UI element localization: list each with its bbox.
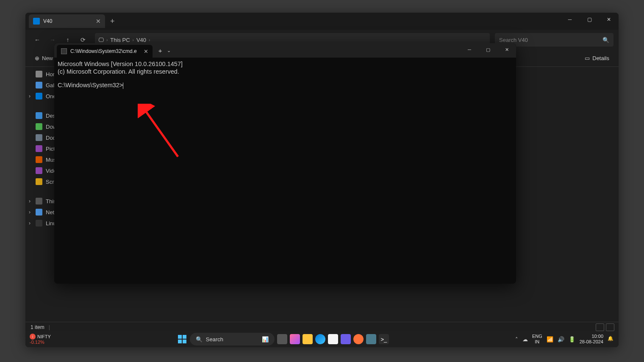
download-icon [36, 123, 42, 130]
notification-icon[interactable]: 🔔 [608, 336, 614, 343]
close-window-button[interactable]: ✕ [599, 13, 619, 26]
terminal-button[interactable]: >_ [379, 334, 389, 344]
stock-widget[interactable]: ↓NIFTY -0.12% [30, 334, 51, 345]
desktop-icon [36, 112, 42, 119]
chevron-right-icon: › [133, 38, 134, 42]
monitor-icon: 🖵 [98, 37, 104, 43]
terminal-header: C:\Windows\System32\cmd.e ✕ + ⌄ ─ ▢ ✕ [54, 43, 516, 58]
maximize-button[interactable]: ▢ [479, 43, 497, 56]
folder-icon [36, 178, 42, 185]
chevron-right-icon: › [106, 38, 108, 42]
firefox-button[interactable] [353, 334, 364, 344]
onedrive-sync-icon[interactable]: ☁ [522, 336, 528, 343]
view-grid-button[interactable] [606, 323, 614, 331]
task-view-button[interactable] [277, 334, 287, 344]
cursor [123, 83, 123, 89]
search-icon: 🔍 [602, 37, 609, 43]
linux-icon [36, 220, 42, 227]
search-decoration-icon: 📊 [262, 336, 269, 343]
copilot-button[interactable] [290, 334, 300, 344]
document-icon [36, 134, 42, 141]
volume-icon[interactable]: 🔊 [558, 336, 564, 343]
terminal-line: (c) Microsoft Corporation. All rights re… [58, 68, 513, 75]
stock-change: -0.12% [30, 340, 51, 345]
terminal-body[interactable]: Microsoft Windows [Version 10.0.26100.14… [54, 58, 516, 284]
video-icon [36, 167, 42, 174]
network-icon [36, 209, 42, 216]
wifi-icon[interactable]: 📶 [547, 336, 553, 343]
terminal-tab-cmd[interactable]: C:\Windows\System32\cmd.e ✕ [57, 45, 153, 58]
breadcrumb-v40[interactable]: V40 [136, 37, 146, 43]
taskbar: ↓NIFTY -0.12% 🔍 Search 📊 [25, 331, 619, 347]
explorer-tab-bar: V40 ✕ + ─ ▢ ✕ [25, 13, 619, 30]
folder-icon [33, 18, 40, 25]
terminal-window-controls: ─ ▢ ✕ [460, 43, 516, 56]
stock-down-icon: ↓ [30, 334, 36, 340]
chevron-right-icon: › [149, 38, 150, 42]
details-button[interactable]: ▭ Details [580, 53, 613, 63]
search-placeholder: Search V40 [499, 37, 599, 43]
taskbar-search[interactable]: 🔍 Search 📊 [190, 333, 275, 345]
new-button[interactable]: ⊕ New [31, 53, 57, 63]
window-controls: ─ ▢ ✕ [560, 13, 619, 26]
taskbar-left: ↓NIFTY -0.12% [30, 334, 51, 345]
store-button[interactable] [328, 334, 338, 344]
home-icon [36, 71, 42, 77]
taskbar-right: ˄ ☁ ENG IN 📶 🔊 🔋 10:00 28-08-2024 🔔 [515, 334, 614, 345]
minimize-button[interactable]: ─ [460, 43, 479, 56]
close-tab-icon[interactable]: ✕ [144, 48, 148, 55]
close-tab-icon[interactable]: ✕ [96, 18, 101, 25]
view-list-button[interactable] [596, 323, 604, 331]
breadcrumb-thispc[interactable]: This PC [110, 37, 130, 43]
terminal-line: Microsoft Windows [Version 10.0.26100.14… [58, 60, 513, 68]
music-icon [36, 156, 42, 163]
minimize-button[interactable]: ─ [560, 13, 580, 26]
language-indicator[interactable]: ENG IN [532, 334, 542, 345]
edge-button[interactable] [315, 334, 325, 344]
clock[interactable]: 10:00 28-08-2024 [580, 334, 603, 345]
search-icon: 🔍 [196, 336, 203, 343]
explorer-status-bar: 1 item | [25, 322, 619, 332]
gallery-icon [36, 82, 42, 88]
terminal-tab-title: C:\Windows\System32\cmd.e [70, 48, 137, 54]
app-button-1[interactable] [341, 334, 351, 344]
pc-icon [36, 198, 42, 204]
cmd-icon [61, 48, 67, 54]
plus-circle-icon: ⊕ [35, 55, 39, 61]
close-window-button[interactable]: ✕ [497, 43, 516, 56]
chevron-up-icon[interactable]: ˄ [515, 336, 518, 343]
terminal-prompt: C:\Windows\System32> [58, 82, 123, 88]
back-button[interactable]: ← [31, 33, 44, 47]
cloud-icon [36, 93, 42, 99]
maximize-button[interactable]: ▢ [580, 13, 599, 26]
item-count: 1 item [31, 324, 44, 330]
tab-title: V40 [43, 18, 92, 24]
explorer-tab-v40[interactable]: V40 ✕ [29, 14, 105, 28]
add-tab-button[interactable]: + [110, 17, 115, 26]
explorer-button[interactable] [303, 334, 313, 344]
battery-icon[interactable]: 🔋 [569, 336, 575, 343]
details-icon: ▭ [585, 55, 590, 61]
app-button-2[interactable] [366, 334, 376, 344]
picture-icon [36, 145, 42, 152]
taskbar-center: 🔍 Search 📊 >_ [51, 333, 515, 345]
desktop: V40 ✕ + ─ ▢ ✕ ← → ↑ ⟳ 🖵 › This PC › V40 … [25, 13, 619, 347]
start-button[interactable] [177, 334, 187, 344]
add-terminal-tab-button[interactable]: + [158, 47, 162, 54]
terminal-window: C:\Windows\System32\cmd.e ✕ + ⌄ ─ ▢ ✕ Mi… [54, 43, 516, 284]
terminal-dropdown-button[interactable]: ⌄ [167, 48, 171, 53]
